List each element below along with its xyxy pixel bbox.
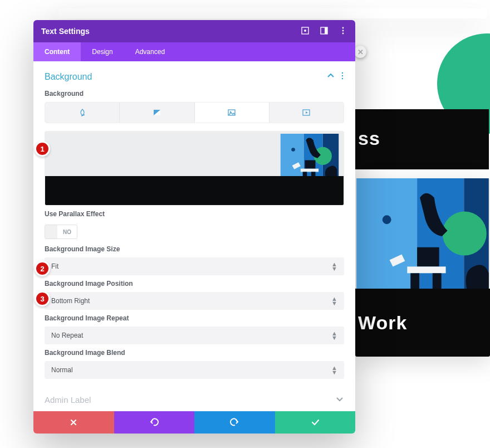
parallax-label: Use Parallax Effect: [45, 210, 344, 218]
chevron-down-icon: [335, 395, 344, 405]
background-card-2-title: Work: [355, 312, 407, 334]
header-icons: [301, 26, 347, 37]
bg-size-label: Background Image Size: [45, 245, 344, 253]
bg-type-gradient[interactable]: [119, 103, 194, 123]
background-card-2-illustration: [355, 178, 490, 289]
background-card-2: Work: [355, 178, 490, 357]
svg-point-14: [342, 30, 344, 31]
select-sort-icon: ▲▼: [331, 331, 337, 340]
svg-point-16: [342, 72, 344, 74]
redo-button[interactable]: [194, 411, 275, 434]
preview-illustration: [280, 134, 339, 176]
bg-size-value: Fit: [51, 262, 58, 270]
section-background-header[interactable]: Background: [45, 71, 344, 82]
section-background-title: Background: [45, 72, 92, 82]
bg-position-label: Background Image Position: [45, 280, 344, 288]
svg-point-17: [342, 75, 344, 77]
annotation-badge-3: 3: [35, 291, 50, 306]
svg-rect-29: [301, 169, 318, 172]
annotation-badge-2: 2: [35, 261, 50, 276]
tab-advanced[interactable]: Advanced: [124, 42, 176, 61]
bg-blend-label: Background Image Blend: [45, 349, 344, 357]
svg-rect-28: [305, 160, 315, 169]
bg-repeat-value: No Repeat: [51, 332, 83, 339]
settings-modal: Text Settings Content Design Advanced Ba…: [33, 20, 355, 434]
bg-repeat-select[interactable]: No Repeat ▲▼: [45, 327, 344, 344]
svg-rect-8: [433, 273, 442, 289]
bg-type-video[interactable]: [269, 103, 344, 123]
annotation-badge-1: 1: [35, 141, 50, 157]
svg-point-26: [291, 148, 295, 152]
chevron-up-icon[interactable]: [326, 71, 335, 82]
svg-point-13: [342, 27, 344, 28]
cancel-button[interactable]: [33, 411, 114, 434]
background-label: Background: [45, 90, 344, 98]
background-card-1: ss: [355, 109, 489, 169]
background-preview[interactable]: [45, 131, 344, 206]
panel-icon[interactable]: [320, 26, 329, 37]
svg-rect-31: [311, 172, 316, 176]
modal-header: Text Settings: [33, 20, 355, 42]
svg-rect-7: [410, 273, 419, 289]
section-admin-header[interactable]: Admin Label: [45, 395, 344, 407]
expand-icon[interactable]: [301, 26, 310, 37]
close-pill-icon[interactable]: ✕: [354, 46, 366, 58]
page-card-peek: [58, 8, 487, 18]
bg-size-select[interactable]: Fit ▲▼: [45, 257, 344, 275]
bg-blend-select[interactable]: Normal ▲▼: [45, 361, 344, 379]
modal-title: Text Settings: [41, 27, 90, 36]
undo-button[interactable]: [114, 411, 195, 434]
tab-design[interactable]: Design: [81, 42, 124, 61]
bg-blend-value: Normal: [51, 366, 73, 374]
bg-position-select[interactable]: Bottom Right ▲▼: [45, 292, 344, 310]
save-button[interactable]: [275, 411, 356, 434]
toggle-knob: [45, 225, 57, 238]
modal-body: Background Background: [33, 61, 355, 411]
tab-bar: Content Design Advanced: [33, 42, 355, 61]
background-card-2-footer: Work: [355, 289, 490, 357]
svg-point-10: [304, 30, 306, 32]
bg-position-value: Bottom Right: [51, 297, 90, 305]
bg-type-color[interactable]: [45, 103, 119, 123]
parallax-toggle[interactable]: NO: [45, 225, 77, 239]
modal-footer: [33, 411, 355, 434]
select-sort-icon: ▲▼: [331, 296, 337, 305]
more-icon[interactable]: [339, 26, 347, 37]
section-more-icon[interactable]: [341, 71, 344, 82]
section-admin-title: Admin Label: [45, 395, 91, 405]
svg-point-15: [342, 32, 344, 34]
svg-point-3: [383, 215, 391, 224]
svg-rect-12: [325, 27, 327, 34]
svg-rect-23: [281, 134, 304, 176]
svg-rect-30: [303, 172, 307, 176]
bg-repeat-label: Background Image Repeat: [45, 314, 344, 322]
svg-rect-6: [407, 266, 445, 273]
svg-point-18: [342, 78, 344, 80]
parallax-value: NO: [57, 229, 77, 235]
select-sort-icon: ▲▼: [331, 262, 337, 271]
svg-point-4: [443, 211, 487, 255]
tab-content[interactable]: Content: [33, 42, 81, 61]
select-sort-icon: ▲▼: [331, 366, 337, 374]
svg-rect-5: [417, 247, 439, 267]
background-card-1-title: ss: [355, 109, 489, 168]
bg-type-image[interactable]: [194, 103, 269, 123]
preview-black-bar: [45, 176, 344, 205]
background-type-picker: [45, 102, 344, 123]
